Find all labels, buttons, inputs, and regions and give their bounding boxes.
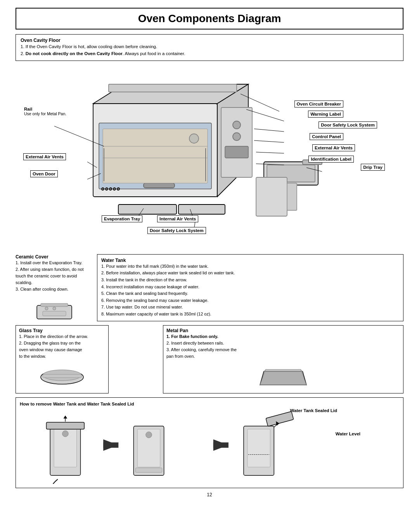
- page-title: Oven Components Diagram: [16, 8, 403, 29]
- svg-rect-64: [135, 468, 162, 472]
- svg-rect-25: [287, 183, 297, 210]
- door-safety-lock-bottom-label: Door Safety Lock System: [147, 227, 206, 234]
- water-level-label: Water Level: [336, 431, 360, 436]
- svg-point-57: [62, 431, 69, 437]
- oven-cavity-line2: 2. Do not cook directly on the Oven Cavi…: [21, 50, 398, 57]
- water-tank-line1: 1. Pour water into the full mark (350ml)…: [101, 263, 399, 270]
- internal-air-vents-label: Internal Air Vents: [157, 215, 198, 222]
- svg-rect-9: [109, 84, 237, 92]
- water-tank-removal-svg: [20, 406, 399, 484]
- ceramic-cover-illustration: [16, 300, 93, 321]
- svg-rect-48: [43, 374, 81, 378]
- water-tank-sealed-lid-label: Water Tank Sealed Lid: [290, 408, 337, 413]
- svg-point-12: [109, 188, 112, 190]
- glass-tray-section: Glass Tray 1. Place in the direction of …: [16, 325, 109, 393]
- metal-pan-title: Metal Pan: [166, 328, 400, 333]
- svg-point-43: [45, 307, 48, 310]
- identification-label: Identification Label: [308, 156, 354, 163]
- svg-rect-42: [41, 303, 68, 307]
- svg-marker-50: [264, 369, 303, 371]
- oven-cavity-line1: 1. If the Oven Cavity Floor is hot, allo…: [21, 43, 398, 50]
- water-tank-line7: 7. Use tap water. Do not use mineral wat…: [101, 304, 399, 311]
- svg-rect-5: [221, 107, 252, 177]
- svg-marker-49: [260, 371, 306, 385]
- svg-point-65: [146, 431, 152, 438]
- diagram-area: Rail Use only for Metal Pan. External Ai…: [16, 65, 403, 251]
- water-tank-line5: 5. Clean the tank and sealing band frequ…: [101, 290, 399, 297]
- water-tank-line4: 4. Incorrect installation may cause leak…: [101, 284, 399, 291]
- water-tank-title: Water Tank: [101, 258, 399, 263]
- external-air-vents-right-label: External Air Vents: [312, 144, 355, 151]
- water-tank-removal-title: How to remove Water Tank and Water Tank …: [20, 402, 399, 406]
- oven-circuit-breaker-label: Oven Circuit Breaker: [294, 101, 343, 107]
- external-air-vents-left-label: External Air Vents: [23, 153, 66, 160]
- svg-marker-59: [63, 415, 67, 418]
- svg-point-6: [233, 121, 241, 129]
- drip-tray-label: Drip Tray: [361, 164, 385, 171]
- svg-line-35: [256, 152, 284, 153]
- svg-rect-23: [178, 204, 225, 214]
- svg-point-7: [233, 133, 241, 140]
- svg-rect-4: [144, 183, 175, 188]
- rail-label: Rail Use only for Metal Pan.: [23, 107, 67, 116]
- oven-cavity-box: Oven Cavity Floor 1. If the Oven Cavity …: [16, 34, 403, 61]
- ceramic-cover-section: Ceramic Cover 1. Install over the Evapor…: [16, 254, 93, 321]
- svg-point-11: [106, 188, 108, 190]
- water-tank-line6: 6. Removing the sealing band may cause w…: [101, 297, 399, 304]
- metal-pan-section: Metal Pan 1. For Bake function only. 2. …: [163, 325, 403, 393]
- glass-tray-illustration: [19, 364, 105, 387]
- svg-rect-70: [266, 411, 294, 426]
- spacer: [113, 325, 159, 393]
- svg-line-34: [254, 140, 284, 142]
- svg-rect-61: [103, 442, 118, 448]
- svg-line-33: [254, 129, 284, 132]
- page-number: 12: [16, 492, 403, 497]
- warning-label: Warning Label: [308, 111, 343, 118]
- water-tank-removal-diagram: Water Tank Sealed Lid Water Level: [20, 406, 399, 484]
- water-tank-section: Water Tank 1. Pour water into the full m…: [97, 254, 403, 321]
- ceramic-cover-title: Ceramic Cover: [16, 254, 93, 260]
- svg-point-10: [102, 188, 104, 190]
- svg-rect-22: [118, 204, 177, 214]
- glass-metal-row: Glass Tray 1. Place in the direction of …: [16, 325, 403, 393]
- svg-point-14: [117, 188, 119, 190]
- svg-rect-69: [248, 429, 270, 467]
- door-safety-lock-top-label: Door Safety Lock System: [319, 121, 377, 128]
- water-tank-line3: 3. Install the tank in the direction of …: [101, 277, 399, 284]
- water-tank-line8: 8. Maximum water capacity of water tank …: [101, 311, 399, 318]
- metal-pan-illustration: [166, 364, 400, 391]
- control-panel-label: Control Panel: [310, 133, 343, 140]
- svg-point-18: [189, 134, 199, 143]
- oven-door-label: Oven Door: [30, 170, 58, 177]
- svg-point-44: [53, 307, 56, 310]
- svg-rect-45: [43, 311, 66, 316]
- water-tank-line2: 2. Before installation, always place wat…: [101, 270, 399, 277]
- ceramic-cover-lines: 1. Install over the Evaporation Tray. 2.…: [16, 260, 93, 293]
- svg-rect-24: [256, 177, 287, 216]
- glass-tray-title: Glass Tray: [19, 328, 105, 333]
- svg-point-13: [113, 188, 116, 190]
- water-tank-removal-box: How to remove Water Tank and Water Tank …: [16, 397, 403, 488]
- svg-rect-8: [225, 146, 248, 158]
- evaporation-tray-label: Evaporation Tray: [102, 215, 142, 222]
- svg-rect-67: [213, 442, 229, 448]
- oven-cavity-title: Oven Cavity Floor: [21, 38, 398, 43]
- svg-rect-56: [46, 422, 84, 429]
- bottom-sections: Ceramic Cover 1. Install over the Evapor…: [16, 254, 403, 321]
